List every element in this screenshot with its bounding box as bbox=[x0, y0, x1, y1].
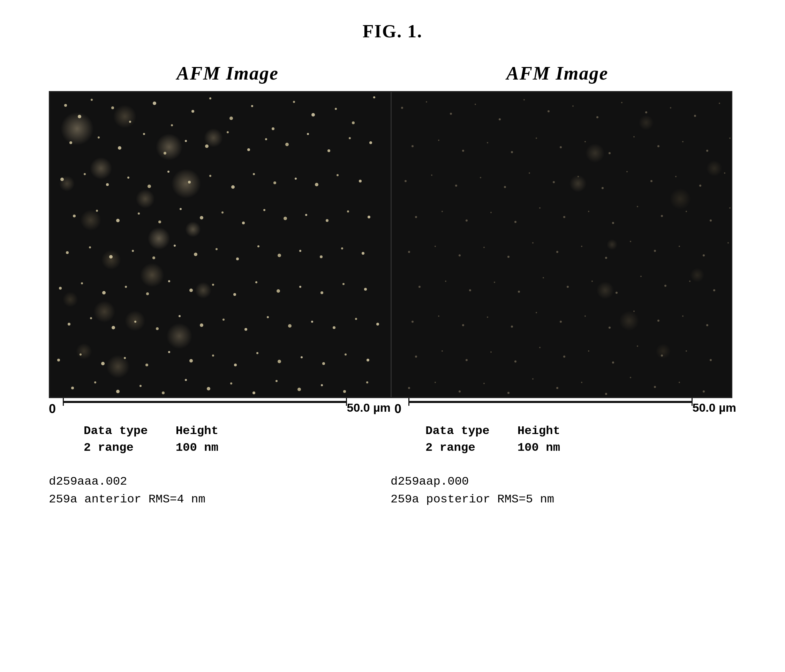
noise-right bbox=[391, 92, 731, 397]
right-scale-panel: 0 50.0 µm bbox=[394, 401, 736, 416]
right-scale-right: 50.0 µm bbox=[693, 401, 736, 415]
figure-title: FIG. 1. bbox=[0, 0, 785, 42]
right-data-col-height: Height 100 nm bbox=[518, 423, 560, 455]
left-scale-mid bbox=[63, 401, 347, 404]
left-data-type-label: Data type bbox=[84, 423, 148, 439]
page-container: FIG. 1. AFM Image AFM Image bbox=[0, 0, 785, 672]
right-height-value: 100 nm bbox=[518, 440, 560, 455]
left-height-label: Height bbox=[176, 423, 218, 439]
right-description: 259a posterior RMS=5 nm bbox=[391, 490, 732, 508]
right-data-type-label: Data type bbox=[425, 423, 489, 439]
left-data-col-height: Height 100 nm bbox=[176, 423, 218, 455]
data-info-row: Data type 2 range Height 100 nm Data typ… bbox=[49, 423, 736, 455]
right-data-col-type: Data type 2 range bbox=[425, 423, 489, 455]
left-height-value: 100 nm bbox=[176, 440, 218, 455]
left-data-col-type: Data type 2 range bbox=[84, 423, 148, 455]
right-afm-label: AFM Image bbox=[507, 63, 608, 84]
afm-labels-row: AFM Image AFM Image bbox=[0, 42, 785, 91]
left-data-panel: Data type 2 range Height 100 nm bbox=[49, 423, 391, 455]
afm-image-canvas bbox=[49, 91, 732, 398]
left-scale-bar-line bbox=[63, 401, 347, 403]
right-scale-bar-line bbox=[408, 401, 693, 403]
right-data-panel: Data type 2 range Height 100 nm bbox=[391, 423, 732, 455]
left-scale-panel: 0 50.0 µm bbox=[49, 401, 391, 416]
left-description: 259a anterior RMS=4 nm bbox=[49, 490, 391, 508]
right-file-panel: d259aap.000 259a posterior RMS=5 nm bbox=[391, 473, 732, 508]
right-data-type-value: 2 range bbox=[425, 440, 489, 455]
right-height-label: Height bbox=[518, 423, 560, 439]
left-data-type-value: 2 range bbox=[84, 440, 148, 455]
scale-bar-row: 0 50.0 µm 0 50.0 µm bbox=[49, 401, 736, 416]
left-file-name: d259aaa.002 bbox=[49, 473, 391, 490]
image-wrapper bbox=[49, 91, 736, 398]
right-scale-mid bbox=[408, 401, 693, 404]
left-scale-right: 50.0 µm bbox=[347, 401, 391, 415]
left-scale-zero: 0 bbox=[49, 401, 63, 416]
right-scale-zero: 0 bbox=[394, 401, 408, 416]
right-file-name: d259aap.000 bbox=[391, 473, 732, 490]
left-afm-label: AFM Image bbox=[177, 63, 278, 84]
left-file-panel: d259aaa.002 259a anterior RMS=4 nm bbox=[49, 473, 391, 508]
file-info-row: d259aaa.002 259a anterior RMS=4 nm d259a… bbox=[49, 473, 736, 508]
noise-left bbox=[50, 92, 391, 397]
